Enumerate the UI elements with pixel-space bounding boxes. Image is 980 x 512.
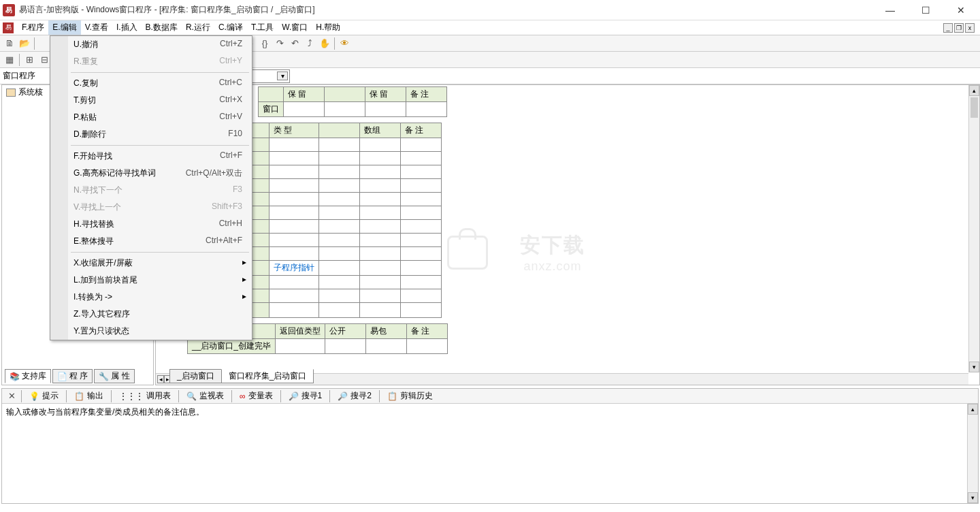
- separator: [34, 37, 35, 50]
- menu-item[interactable]: F.开始寻找Ctrl+F: [50, 148, 252, 165]
- person-icon[interactable]: 👁: [338, 37, 351, 50]
- tab-prev-icon[interactable]: ◂: [157, 375, 164, 383]
- submenu-arrow-icon: ▸: [242, 291, 246, 301]
- editor-tab-2[interactable]: 窗口程序集_启动窗口: [221, 369, 314, 383]
- mdi-restore[interactable]: ❐: [954, 23, 964, 33]
- menu-window[interactable]: W.窗口: [278, 20, 312, 35]
- separator: [19, 54, 20, 66]
- scroll-up-icon[interactable]: ▴: [968, 404, 978, 415]
- hand-icon[interactable]: ✋: [318, 37, 331, 50]
- btab-vars[interactable]: ∞变量表: [235, 388, 278, 404]
- menu-program[interactable]: F.程序: [18, 20, 48, 35]
- menu-item[interactable]: H.寻找替换Ctrl+H: [50, 216, 252, 233]
- menu-compile[interactable]: C.编译: [214, 20, 247, 35]
- menu-insert[interactable]: I.插入: [112, 20, 142, 35]
- menu-item[interactable]: G.高亮标记待寻找单词Ctrl+Q/Alt+双击: [50, 165, 252, 182]
- bottom-tabs: ✕ 💡提示 📋输出 ⋮⋮⋮调用表 🔍监视表 ∞变量表 🔎搜寻1 🔎搜寻2 📋剪辑…: [2, 389, 978, 404]
- menu-item: N.寻找下一个F3: [50, 182, 252, 199]
- submenu-arrow-icon: ▸: [242, 257, 246, 267]
- menu-help[interactable]: H.帮助: [312, 20, 344, 35]
- tree-root-label: 系统核: [18, 86, 43, 98]
- btab-watch[interactable]: 🔍监视表: [182, 388, 229, 404]
- btab-search1[interactable]: 🔎搜寻1: [284, 388, 327, 404]
- menu-run[interactable]: R.运行: [182, 20, 214, 35]
- mdi-controls: _ ❐ x: [943, 23, 977, 33]
- step2-icon[interactable]: ↶: [288, 37, 301, 50]
- menu-item[interactable]: L.加到当前块首尾▸: [50, 272, 252, 289]
- sidetab-program[interactable]: 📄程 序: [52, 369, 93, 383]
- edit-menu-dropdown: U.撤消Ctrl+ZR.重复Ctrl+YC.复制Ctrl+CT.剪切Ctrl+X…: [50, 35, 252, 340]
- open-icon[interactable]: 📂: [18, 37, 31, 50]
- close-button[interactable]: ✕: [951, 5, 970, 16]
- editor-tab-1[interactable]: _启动窗口: [169, 369, 222, 383]
- scroll-up-icon[interactable]: ▴: [969, 85, 979, 96]
- app-icon-small: 易: [3, 22, 14, 33]
- editor-tabs: _启动窗口 窗口程序集_启动窗口: [169, 369, 313, 383]
- separator: [21, 390, 22, 402]
- bottom-content: 输入或修改与当前程序集变量/类成员相关的备注信息。 ▴ ▾: [2, 404, 978, 503]
- new-icon[interactable]: 🗎: [3, 37, 16, 50]
- step3-icon[interactable]: ⤴: [303, 37, 316, 50]
- sidetab-props[interactable]: 🔧属 性: [94, 369, 134, 383]
- menu-item[interactable]: Z.导入其它程序: [50, 306, 252, 323]
- menu-item[interactable]: P.粘贴Ctrl+V: [50, 109, 252, 126]
- bracket2-icon[interactable]: {}: [258, 37, 272, 50]
- scroll-down-icon[interactable]: ▾: [969, 362, 979, 372]
- vscroll[interactable]: ▴ ▾: [968, 85, 979, 372]
- window-controls: — ☐ ✕: [881, 5, 977, 16]
- sidetab-support[interactable]: 📚支持库: [5, 369, 51, 383]
- bottom-panel: ✕ 💡提示 📋输出 ⋮⋮⋮调用表 🔍监视表 ∞变量表 🔎搜寻1 🔎搜寻2 📋剪辑…: [1, 388, 979, 504]
- breadcrumb-label: 窗口程序: [3, 70, 35, 82]
- hint-text: 输入或修改与当前程序集变量/类成员相关的备注信息。: [6, 407, 204, 417]
- btab-cliphist[interactable]: 📋剪辑历史: [382, 388, 438, 404]
- menu-item: R.重复Ctrl+Y: [50, 53, 252, 70]
- editor-tab-nav: ◂ ▸: [157, 375, 171, 383]
- menu-view[interactable]: V.查看: [81, 20, 112, 35]
- menu-tools[interactable]: T.工具: [247, 20, 278, 35]
- menu-item[interactable]: E.整体搜寻Ctrl+Alt+F: [50, 233, 252, 250]
- submenu-arrow-icon: ▸: [242, 274, 246, 284]
- btab-calltable[interactable]: ⋮⋮⋮调用表: [114, 388, 176, 404]
- menu-item[interactable]: D.删除行F10: [50, 126, 252, 143]
- menu-item: V.寻找上一个Shift+F3: [50, 199, 252, 216]
- mdi-close[interactable]: x: [965, 23, 975, 33]
- menu-edit[interactable]: E.编辑: [48, 20, 80, 35]
- minimize-button[interactable]: —: [881, 5, 900, 16]
- grid-1[interactable]: 保 留保 留备 注 窗口: [258, 86, 447, 117]
- bottom-vscroll[interactable]: ▴ ▾: [967, 404, 978, 503]
- btab-hint[interactable]: 💡提示: [24, 388, 63, 404]
- menu-item[interactable]: T.剪切Ctrl+X: [50, 92, 252, 109]
- btab-output[interactable]: 📋输出: [69, 388, 108, 404]
- scroll-thumb[interactable]: [970, 97, 978, 118]
- menu-item[interactable]: Y.置为只读状态: [50, 323, 252, 340]
- mdi-minimize[interactable]: _: [943, 23, 953, 33]
- sidebar-tabs: 📚支持库 📄程 序 🔧属 性: [5, 369, 135, 383]
- menu-item[interactable]: I.转换为 ->▸: [50, 289, 252, 306]
- btab-search2[interactable]: 🔎搜寻2: [333, 388, 376, 404]
- maximize-button[interactable]: ☐: [916, 5, 935, 16]
- menubar: 易 F.程序 E.编辑 V.查看 I.插入 B.数据库 R.运行 C.编译 T.…: [0, 20, 980, 35]
- menu-database[interactable]: B.数据库: [142, 20, 182, 35]
- scroll-down-icon[interactable]: ▾: [968, 492, 978, 503]
- window-title: 易语言-加密狗版 - Windows窗口程序 - [程序集: 窗口程序集_启动窗…: [19, 4, 881, 16]
- menu-item[interactable]: C.复制Ctrl+C: [50, 75, 252, 92]
- close-panel-icon[interactable]: ✕: [5, 389, 18, 403]
- folder-icon: [6, 89, 16, 97]
- grid-icon[interactable]: ▦: [3, 53, 16, 67]
- align-icon[interactable]: ⊞: [22, 53, 36, 67]
- titlebar: 易 易语言-加密狗版 - Windows窗口程序 - [程序集: 窗口程序集_启…: [0, 0, 980, 20]
- app-icon: 易: [3, 4, 15, 16]
- menu-item[interactable]: X.收缩展开/屏蔽▸: [50, 255, 252, 272]
- menu-item[interactable]: U.撤消Ctrl+Z: [50, 36, 252, 53]
- step-icon[interactable]: ↷: [273, 37, 287, 50]
- align2-icon[interactable]: ⊟: [37, 53, 51, 67]
- separator: [334, 37, 335, 50]
- editor-area: 保 留保 留备 注 窗口 类 型数组备 注 子程序指针 供货商 子程序名返回值类…: [155, 84, 980, 385]
